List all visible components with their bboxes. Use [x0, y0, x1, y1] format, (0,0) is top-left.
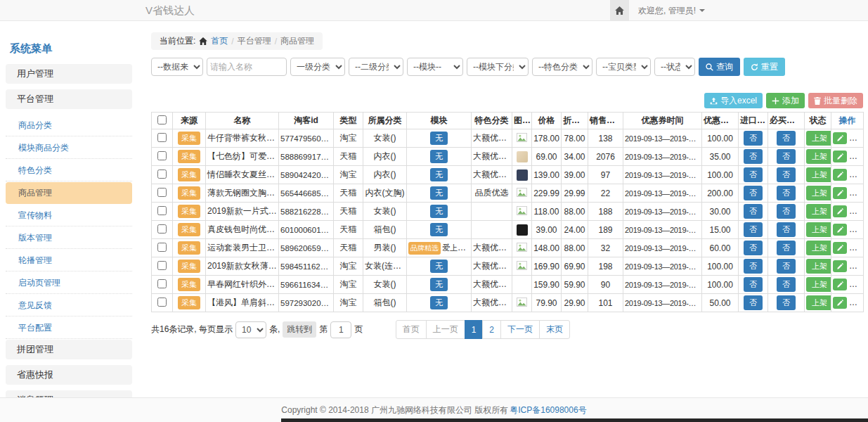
- filter-category1-select[interactable]: 一级分类: [290, 58, 345, 76]
- sidebar-item[interactable]: 省惠快报: [6, 365, 132, 385]
- must-buy-toggle[interactable]: 否: [777, 241, 796, 255]
- status-button[interactable]: 上架: [806, 259, 831, 274]
- sidebar-item[interactable]: 版本管理: [6, 227, 132, 249]
- must-buy-toggle[interactable]: 否: [777, 204, 796, 219]
- user-menu[interactable]: 欢迎您, 管理员!: [638, 0, 705, 21]
- page-button-上一页[interactable]: 上一页: [426, 320, 465, 339]
- row-checkbox[interactable]: [157, 151, 167, 160]
- page-button-1[interactable]: 1: [465, 320, 484, 339]
- status-button[interactable]: 上架: [806, 167, 831, 182]
- import-select-toggle[interactable]: 否: [744, 241, 763, 255]
- must-buy-toggle[interactable]: 否: [777, 186, 796, 200]
- edit-button[interactable]: [833, 242, 847, 254]
- import-select-toggle[interactable]: 否: [744, 222, 763, 237]
- page-size-select[interactable]: 10: [235, 321, 266, 338]
- page-button-下一页[interactable]: 下一页: [500, 320, 540, 339]
- edit-button[interactable]: [833, 297, 847, 309]
- sidebar-item[interactable]: 用户管理: [6, 64, 132, 84]
- filter-name-input[interactable]: [207, 58, 287, 76]
- filter-category2-select[interactable]: --二级分类--: [349, 58, 403, 76]
- row-checkbox[interactable]: [157, 188, 167, 197]
- reset-button-label: 重置: [761, 61, 778, 73]
- sidebar-item[interactable]: 拼团管理: [6, 340, 132, 359]
- edit-button[interactable]: [833, 260, 847, 272]
- import-select-toggle[interactable]: 否: [744, 277, 763, 292]
- product-name-cell: 2019新款一片式系...: [206, 203, 279, 221]
- sidebar-item[interactable]: 意见反馈: [6, 295, 132, 316]
- pagination-summary: 共16条记录, 每页显示 10 条, 跳转到 第 页: [151, 321, 363, 338]
- page-button-末页[interactable]: 末页: [539, 320, 570, 339]
- must-buy-toggle[interactable]: 否: [777, 131, 796, 146]
- import-select-toggle[interactable]: 否: [744, 295, 763, 310]
- row-checkbox[interactable]: [157, 133, 167, 142]
- sidebar-item[interactable]: 启动页管理: [6, 272, 132, 294]
- status-button[interactable]: 上架: [806, 222, 831, 237]
- home-button[interactable]: [610, 0, 629, 21]
- filter-feature-select[interactable]: --特色分类--: [532, 58, 592, 76]
- row-checkbox[interactable]: [157, 243, 167, 252]
- sidebar-item[interactable]: 模块商品分类: [6, 137, 132, 159]
- select-all-header: [152, 113, 173, 129]
- jump-button[interactable]: 跳转到: [283, 321, 316, 338]
- status-cell: 上架: [805, 166, 831, 184]
- sidebar-item[interactable]: 特色分类: [6, 160, 132, 181]
- page-button-2[interactable]: 2: [482, 320, 501, 339]
- sidebar-item[interactable]: 商品分类: [6, 115, 132, 136]
- add-button[interactable]: 添加: [766, 93, 805, 108]
- status-button[interactable]: 上架: [806, 295, 831, 310]
- must-buy-toggle[interactable]: 否: [777, 167, 796, 182]
- import-excel-button[interactable]: 导入excel: [704, 93, 763, 108]
- status-button[interactable]: 上架: [806, 131, 831, 146]
- edit-button[interactable]: [833, 169, 847, 181]
- query-button[interactable]: 查询: [699, 58, 740, 76]
- import-select-toggle[interactable]: 否: [744, 186, 763, 200]
- must-buy-toggle[interactable]: 否: [777, 277, 796, 292]
- jump-page-input[interactable]: [330, 321, 351, 338]
- edit-button[interactable]: [833, 279, 847, 290]
- sidebar-item[interactable]: 宣传物料: [6, 205, 132, 226]
- discount-price-cell: 24.00: [562, 221, 588, 239]
- sidebar-item[interactable]: 轮播管理: [6, 250, 132, 271]
- select-all-checkbox[interactable]: [157, 115, 167, 124]
- filter-module-sub-select[interactable]: --模块下分类--: [467, 58, 529, 76]
- status-button[interactable]: 上架: [806, 241, 831, 255]
- must-buy-toggle[interactable]: 否: [777, 222, 796, 237]
- filter-source-select[interactable]: --数据来源--: [151, 58, 203, 76]
- batch-delete-button[interactable]: 批量删除: [808, 93, 863, 108]
- status-button[interactable]: 上架: [806, 277, 831, 292]
- edit-button[interactable]: [833, 132, 847, 144]
- sidebar-item[interactable]: 商品管理: [6, 182, 132, 204]
- import-select-toggle[interactable]: 否: [744, 131, 763, 146]
- icp-link[interactable]: 粤ICP备16098006号: [510, 404, 586, 416]
- breadcrumb-home-link[interactable]: 首页: [211, 35, 228, 47]
- filter-status-select[interactable]: --状态--: [654, 58, 695, 76]
- row-checkbox[interactable]: [157, 206, 167, 215]
- must-buy-cell: 否: [768, 203, 805, 221]
- import-select-toggle[interactable]: 否: [744, 167, 763, 182]
- row-checkbox[interactable]: [157, 170, 167, 179]
- filter-item-type-select[interactable]: --宝贝类型--: [596, 58, 651, 76]
- status-button[interactable]: 上架: [806, 204, 831, 219]
- must-buy-toggle[interactable]: 否: [777, 295, 796, 310]
- coupon-amount-cell: 35.00: [702, 148, 739, 166]
- status-button[interactable]: 上架: [806, 186, 831, 200]
- edit-button[interactable]: [833, 187, 847, 199]
- filter-module-select[interactable]: --模块--: [407, 58, 463, 76]
- sidebar-item[interactable]: 平台配置: [6, 317, 132, 339]
- import-select-toggle[interactable]: 否: [744, 204, 763, 219]
- row-checkbox[interactable]: [157, 224, 167, 234]
- must-buy-toggle[interactable]: 否: [777, 149, 796, 164]
- sidebar-item[interactable]: 平台管理: [6, 89, 132, 109]
- edit-button[interactable]: [833, 205, 847, 217]
- edit-button[interactable]: [833, 151, 847, 162]
- page-button-首页[interactable]: 首页: [396, 320, 427, 339]
- status-button[interactable]: 上架: [806, 149, 831, 164]
- import-select-toggle[interactable]: 否: [744, 149, 763, 164]
- row-checkbox[interactable]: [157, 298, 167, 307]
- reset-button[interactable]: 重置: [744, 58, 785, 76]
- edit-button[interactable]: [833, 224, 847, 236]
- import-select-toggle[interactable]: 否: [744, 259, 763, 274]
- must-buy-toggle[interactable]: 否: [777, 259, 796, 274]
- row-checkbox[interactable]: [157, 279, 167, 288]
- row-checkbox[interactable]: [157, 261, 167, 270]
